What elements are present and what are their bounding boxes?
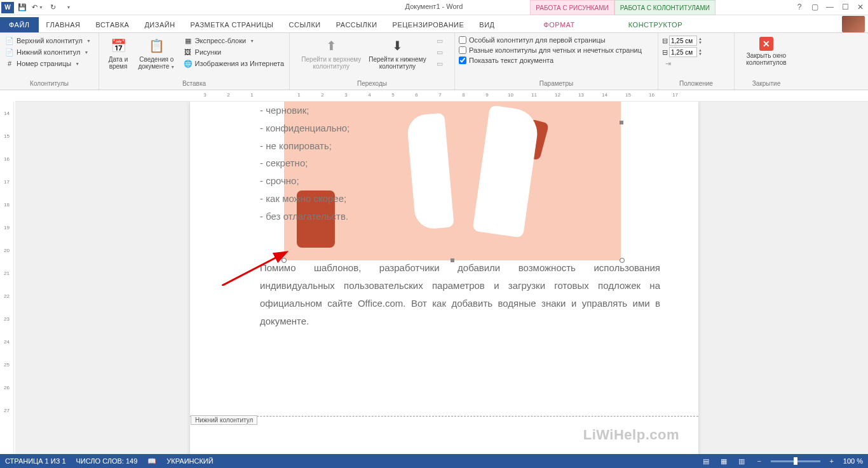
document-line: - срочно;	[260, 172, 660, 190]
group-label: Колонтитулы	[4, 79, 95, 87]
tab-mailings[interactable]: РАССЫЛКИ	[329, 17, 385, 32]
close-button[interactable]: ✕	[853, 0, 868, 14]
page-content: - черновик;- конфиденциально;- не копиро…	[260, 102, 660, 330]
quick-parts-button[interactable]: ▦Экспресс-блоки▼	[182, 36, 285, 46]
go-to-header-button[interactable]: ⬆Перейти к верхнемуколонтитулу	[299, 36, 363, 71]
language-indicator[interactable]: УКРАИНСКИЙ	[166, 457, 213, 465]
different-odd-even-checkbox[interactable]: Разные колонтитулы для четных и нечетных…	[459, 46, 654, 55]
tab-review[interactable]: РЕЦЕНЗИРОВАНИЕ	[385, 17, 472, 32]
nav-disabled-2: ▭	[434, 47, 445, 57]
resize-handle-s[interactable]	[451, 258, 454, 262]
zoom-out-button[interactable]: −	[753, 456, 766, 466]
footer-button[interactable]: 📄Нижний колонтитул▼	[4, 47, 95, 57]
group-label: Закрытие	[738, 79, 794, 87]
page-indicator[interactable]: СТРАНИЦА 1 ИЗ 1	[5, 457, 66, 465]
insert-alignment-tab[interactable]: ⇥	[662, 58, 730, 69]
pictures-button[interactable]: 🖼Рисунки	[182, 47, 285, 57]
minimize-button[interactable]: —	[822, 0, 837, 14]
zoom-level[interactable]: 100 %	[843, 457, 863, 465]
document-line: - не копировать;	[260, 137, 660, 155]
document-title: Документ1 - Word	[405, 3, 463, 10]
resize-handle-se[interactable]	[620, 258, 625, 263]
document-line: - как можно скорее;	[260, 190, 660, 208]
show-document-text-checkbox[interactable]: Показать текст документа	[459, 56, 654, 65]
header-button[interactable]: 📄Верхний колонтитул▼	[4, 36, 95, 46]
footer-boundary	[190, 416, 698, 417]
zoom-slider[interactable]	[771, 460, 820, 462]
resize-handle-sw[interactable]	[281, 258, 287, 263]
group-label: Положение	[662, 79, 730, 87]
document-area[interactable]: - черновик;- конфиденциально;- не копиро…	[15, 102, 868, 454]
nav-disabled-1: ▭	[434, 36, 445, 46]
tab-design[interactable]: ДИЗАЙН	[137, 17, 182, 32]
paragraph: Помимо шаблонов, разработчики добавили в…	[260, 259, 660, 330]
document-line: - секретно;	[260, 154, 660, 172]
close-header-footer-button[interactable]: ✕ Закрыть окноколонтитулов	[738, 36, 794, 67]
ribbon: 📄Верхний колонтитул▼ 📄Нижний колонтитул▼…	[0, 33, 868, 90]
page-number-button[interactable]: #Номер страницы▼	[4, 58, 95, 69]
document-line: - конфиденциально;	[260, 119, 660, 137]
tab-home[interactable]: ГЛАВНАЯ	[39, 17, 88, 32]
zoom-in-button[interactable]: +	[825, 456, 838, 466]
context-tab-headers: РАБОТА С КОЛОНТИТУЛАМИ	[614, 0, 715, 15]
ribbon-display-button[interactable]: ▢	[807, 0, 822, 14]
different-first-page-checkbox[interactable]: Особый колонтитул для первой страницы	[459, 36, 654, 44]
save-button[interactable]: 💾	[15, 1, 29, 14]
go-to-footer-button[interactable]: ⬇Перейти к нижнемуколонтитулу	[366, 36, 428, 71]
group-label: Параметры	[459, 79, 654, 87]
vertical-ruler[interactable]: 1415161718192021222324252627	[0, 102, 14, 454]
tab-file[interactable]: ФАЙЛ	[0, 17, 39, 32]
footer-tag: Нижний колонтитул	[191, 415, 257, 425]
read-mode-button[interactable]: ▤	[700, 456, 712, 466]
close-icon: ✕	[759, 37, 773, 51]
date-time-button[interactable]: 📅Дата ивремя	[103, 36, 133, 71]
ribbon-tabs: ФАЙЛ ГЛАВНАЯ ВСТАВКА ДИЗАЙН РАЗМЕТКА СТР…	[0, 15, 868, 33]
liwi-watermark: LiWiHelp.com	[583, 427, 679, 443]
context-tab-pictures: РАБОТА С РИСУНКАМИ	[530, 0, 614, 15]
resize-handle-e[interactable]	[620, 121, 623, 124]
document-line: - без отлагательств.	[260, 208, 660, 225]
nav-disabled-3: ▭	[434, 58, 445, 69]
help-button[interactable]: ?	[792, 0, 807, 14]
redo-button[interactable]: ↻	[46, 1, 60, 14]
document-line: - черновик;	[260, 102, 660, 119]
group-label: Переходы	[294, 79, 451, 87]
footer-from-bottom[interactable]: ⊟▲▼	[662, 47, 730, 57]
qat-customize[interactable]: ▼	[61, 1, 75, 14]
word-icon: W	[1, 2, 14, 13]
quick-access-toolbar: W 💾 ↶▼ ↻ ▼	[0, 1, 75, 14]
document-info-button[interactable]: 📋Сведения одокументе▼	[136, 36, 177, 71]
page: - черновик;- конфиденциально;- не копиро…	[190, 102, 698, 454]
tab-layout[interactable]: РАЗМЕТКА СТРАНИЦЫ	[183, 17, 281, 32]
online-pictures-button[interactable]: 🌐Изображения из Интернета	[182, 58, 285, 69]
titlebar: W 💾 ↶▼ ↻ ▼ Документ1 - Word РАБОТА С РИС…	[0, 0, 868, 15]
tab-insert[interactable]: ВСТАВКА	[88, 17, 137, 32]
tab-format[interactable]: ФОРМАТ	[536, 17, 583, 32]
horizontal-ruler[interactable]: 3211234567891011121314151617	[15, 90, 868, 102]
tab-view[interactable]: ВИД	[471, 17, 502, 32]
tab-constructor[interactable]: КОНСТРУКТОР	[621, 17, 690, 32]
status-bar: СТРАНИЦА 1 ИЗ 1 ЧИСЛО СЛОВ: 149 📖 УКРАИН…	[0, 454, 868, 468]
maximize-button[interactable]: ☐	[837, 0, 853, 14]
user-avatar[interactable]	[842, 16, 865, 32]
web-layout-button[interactable]: ▥	[735, 456, 748, 466]
undo-button[interactable]: ↶▼	[31, 1, 44, 14]
header-from-top[interactable]: ⊟▲▼	[662, 36, 730, 46]
word-count[interactable]: ЧИСЛО СЛОВ: 149	[76, 457, 138, 465]
print-layout-button[interactable]: ▦	[717, 456, 730, 466]
tab-references[interactable]: ССЫЛКИ	[281, 17, 329, 32]
group-label: Вставка	[103, 79, 285, 87]
proofing-icon[interactable]: 📖	[147, 457, 156, 465]
